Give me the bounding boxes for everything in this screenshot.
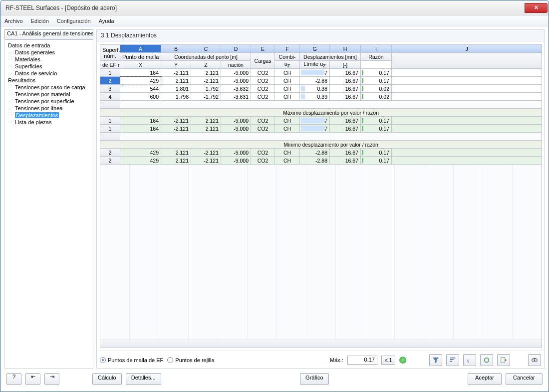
cell[interactable]: 2.121 <box>161 149 191 157</box>
tree-group-entrada[interactable]: Datos de entrada <box>6 42 92 49</box>
tree-item[interactable]: Datos generales <box>6 49 92 56</box>
hdr-razon2[interactable]: [-] <box>330 61 361 69</box>
cell[interactable]: -2.121 <box>161 125 191 133</box>
detalles-button[interactable]: Detalles... <box>126 373 161 385</box>
cell[interactable]: 2.121 <box>191 125 221 133</box>
cell[interactable]: CO2 <box>251 157 275 165</box>
cell[interactable]: 164 <box>120 69 161 77</box>
cell[interactable]: 0.39 <box>300 93 330 101</box>
hdr-col-f[interactable]: F <box>275 45 300 53</box>
hdr-combi[interactable]: Combi- <box>275 53 300 61</box>
cell[interactable]: -9.000 <box>221 125 251 133</box>
cell[interactable]: 16.67 <box>330 125 361 133</box>
cell[interactable]: -9.000 <box>221 117 251 125</box>
cell[interactable]: 429 <box>120 149 161 157</box>
cell[interactable] <box>392 149 542 157</box>
cell[interactable] <box>392 157 542 165</box>
cell[interactable]: 2.87 <box>300 69 330 77</box>
cell[interactable]: CH <box>275 157 300 165</box>
cell[interactable]: 0.17 <box>361 117 392 125</box>
cell[interactable]: -9.000 <box>221 69 251 77</box>
cell[interactable]: 1.801 <box>161 85 191 93</box>
cell[interactable]: -2.121 <box>191 157 221 165</box>
cell[interactable]: 429 <box>120 77 161 85</box>
hdr-col-c[interactable]: C <box>191 45 221 53</box>
cancelar-button[interactable]: Cancelar <box>506 373 543 385</box>
cell[interactable] <box>392 125 542 133</box>
func-button[interactable]: γ <box>463 354 476 366</box>
tree-item[interactable]: Tensiones por superficie <box>6 98 92 105</box>
cell[interactable]: 16.67 <box>330 85 361 93</box>
cell[interactable]: 16.67 <box>330 69 361 77</box>
cell[interactable]: 429 <box>120 157 161 165</box>
row-header[interactable]: 1 <box>100 69 120 77</box>
hdr-punto[interactable]: Punto de malla <box>120 53 161 61</box>
cell[interactable]: CO2 <box>251 125 275 133</box>
hdr-col-h[interactable]: H <box>330 45 361 53</box>
cell[interactable]: 0.17 <box>361 149 392 157</box>
menu-ayuda[interactable]: Ayuda <box>99 18 114 24</box>
cell[interactable]: 2.121 <box>191 69 221 77</box>
hdr-razon[interactable]: Razón <box>361 53 392 61</box>
tree-item[interactable]: Tensiones por caso de carga <box>6 84 92 91</box>
cell[interactable]: CH <box>275 93 300 101</box>
loadcase-combo[interactable]: CA1 - Análisis general de tensiones <box>4 29 93 39</box>
radio-puntos-rejilla[interactable]: Puntos de rejilla <box>167 357 214 363</box>
cell[interactable]: 0.17 <box>361 125 392 133</box>
hdr-y[interactable]: Y <box>161 61 191 69</box>
cell[interactable]: CO2 <box>251 85 275 93</box>
cell[interactable]: 0.38 <box>300 85 330 93</box>
tree-item[interactable]: Tensiones por material <box>6 91 92 98</box>
hdr-col-b[interactable]: B <box>161 45 191 53</box>
cell[interactable] <box>392 69 542 77</box>
cell[interactable]: 544 <box>120 85 161 93</box>
hdr-lim[interactable]: Límite uz <box>300 61 330 69</box>
radio-puntos-ef[interactable]: Puntos de malla de EF <box>100 357 163 363</box>
row-header[interactable]: 4 <box>100 93 120 101</box>
cell[interactable]: CO2 <box>251 117 275 125</box>
cell[interactable]: 0.02 <box>361 93 392 101</box>
sort-button[interactable] <box>446 354 459 366</box>
cell[interactable] <box>392 85 542 93</box>
cell[interactable]: 0.02 <box>361 85 392 93</box>
cell[interactable]: -2.121 <box>161 117 191 125</box>
cell[interactable]: CH <box>275 85 300 93</box>
cell[interactable]: 1.798 <box>161 93 191 101</box>
row-header[interactable]: 2 <box>100 157 120 165</box>
row-header[interactable]: 3 <box>100 85 120 93</box>
cell[interactable]: CH <box>275 125 300 133</box>
cell[interactable]: -3.632 <box>221 85 251 93</box>
cell[interactable]: CH <box>275 149 300 157</box>
cell[interactable]: -2.88 <box>300 157 330 165</box>
cell[interactable]: -1.792 <box>191 93 221 101</box>
cell[interactable]: 1.792 <box>191 85 221 93</box>
hdr-col-d[interactable]: D <box>221 45 251 53</box>
hdr-x[interactable]: X <box>120 61 161 69</box>
hdr-desp[interactable]: Desplazamientos [mm] <box>300 53 361 61</box>
menu-configuracion[interactable]: Configuración <box>57 18 91 24</box>
cell[interactable] <box>392 93 542 101</box>
cell[interactable]: 16.67 <box>330 149 361 157</box>
filter-button[interactable] <box>429 354 442 366</box>
results-table[interactable]: Superf.núm. A B C D E F G H I J Punto de… <box>100 44 542 165</box>
cell[interactable]: 16.67 <box>330 93 361 101</box>
view-button[interactable] <box>480 354 493 366</box>
cell[interactable]: 2.121 <box>161 157 191 165</box>
cell[interactable]: CH <box>275 117 300 125</box>
hdr-col-a[interactable]: A <box>120 45 161 53</box>
cell[interactable] <box>392 117 542 125</box>
cell[interactable]: -2.121 <box>191 77 221 85</box>
row-header[interactable]: 2 <box>100 77 120 85</box>
cell[interactable]: CO2 <box>251 93 275 101</box>
tree-item[interactable]: Datos de servicio <box>6 70 92 77</box>
row-header[interactable]: 2 <box>100 149 120 157</box>
cell[interactable]: CO2 <box>251 77 275 85</box>
hdr-col-j[interactable]: J <box>392 45 542 53</box>
cell[interactable]: 2.87 <box>300 125 330 133</box>
hdr-z[interactable]: Z <box>191 61 221 69</box>
cell[interactable]: CH <box>275 77 300 85</box>
le-one-button[interactable]: ≤ 1 <box>381 356 395 365</box>
close-button[interactable]: ✕ <box>525 3 548 13</box>
tree-item[interactable]: Superficies <box>6 63 92 70</box>
cell[interactable]: 0.17 <box>361 157 392 165</box>
